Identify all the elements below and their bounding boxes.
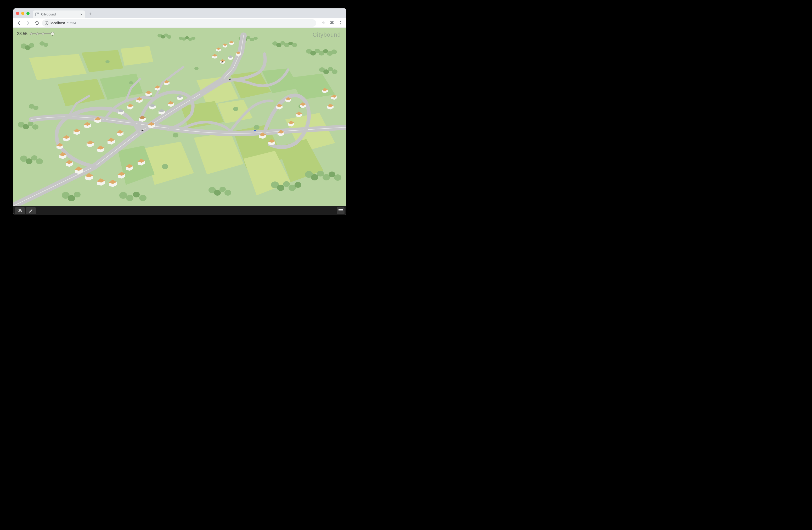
hamburger-icon bbox=[338, 209, 343, 210]
toolbar-right: ☆ ⌘ ⋮ bbox=[320, 19, 344, 27]
svg-point-69 bbox=[126, 195, 133, 201]
svg-point-32 bbox=[191, 37, 195, 40]
game-toolbar bbox=[13, 206, 346, 215]
reload-button[interactable] bbox=[33, 19, 41, 27]
svg-point-21 bbox=[29, 43, 34, 48]
browser-menu-button[interactable]: ⋮ bbox=[337, 19, 344, 27]
window-minimize-button[interactable] bbox=[21, 12, 24, 15]
svg-point-63 bbox=[31, 155, 38, 161]
game-clock: 23:55 bbox=[17, 31, 54, 36]
kebab-icon: ⋮ bbox=[338, 21, 343, 25]
svg-point-23 bbox=[43, 43, 48, 47]
url-host: localhost bbox=[50, 21, 65, 25]
titlebar: Citybound × + bbox=[13, 9, 346, 18]
svg-point-60 bbox=[33, 106, 39, 110]
new-tab-button[interactable]: + bbox=[87, 10, 94, 17]
svg-point-92 bbox=[233, 107, 238, 111]
eye-icon bbox=[17, 208, 22, 213]
speed-tick bbox=[42, 32, 44, 35]
svg-point-245 bbox=[19, 210, 21, 212]
tab-title: Citybound bbox=[41, 13, 56, 16]
speed-tick bbox=[30, 32, 33, 35]
svg-point-73 bbox=[214, 190, 221, 196]
extension-button[interactable]: ⌘ bbox=[328, 19, 336, 27]
window-maximize-button[interactable] bbox=[26, 12, 30, 15]
pencil-icon bbox=[29, 208, 33, 213]
svg-point-57 bbox=[28, 122, 33, 126]
svg-point-77 bbox=[277, 185, 284, 191]
svg-point-62 bbox=[26, 158, 32, 164]
svg-point-66 bbox=[68, 195, 75, 201]
svg-point-86 bbox=[334, 175, 342, 181]
svg-point-74 bbox=[219, 187, 226, 192]
svg-point-50 bbox=[331, 50, 337, 54]
speed-slider[interactable] bbox=[30, 33, 54, 34]
svg-point-68 bbox=[119, 192, 127, 199]
svg-point-71 bbox=[139, 195, 146, 201]
browser-tab[interactable]: Citybound × bbox=[33, 11, 85, 18]
svg-point-75 bbox=[224, 190, 231, 196]
star-icon: ☆ bbox=[322, 20, 325, 25]
svg-point-94 bbox=[173, 133, 178, 138]
reload-icon bbox=[34, 21, 39, 25]
bookmark-button[interactable]: ☆ bbox=[320, 19, 327, 27]
view-mode-button[interactable] bbox=[15, 207, 25, 214]
game-scene bbox=[13, 28, 346, 206]
game-viewport[interactable]: 23:55 Citybound bbox=[13, 28, 346, 206]
svg-point-70 bbox=[133, 192, 140, 197]
arrow-left-icon bbox=[17, 21, 21, 25]
svg-point-78 bbox=[283, 181, 290, 187]
arrow-right-icon bbox=[26, 21, 30, 25]
back-button[interactable] bbox=[15, 19, 23, 27]
svg-point-67 bbox=[74, 192, 81, 197]
page-icon bbox=[35, 13, 39, 16]
svg-point-54 bbox=[332, 69, 337, 74]
tab-close-button[interactable]: × bbox=[80, 12, 83, 16]
extension-icon: ⌘ bbox=[330, 20, 334, 25]
time-label: 23:55 bbox=[17, 31, 28, 36]
svg-point-88 bbox=[129, 81, 133, 84]
svg-rect-242 bbox=[254, 130, 256, 131]
game-menu-button[interactable] bbox=[337, 207, 345, 214]
browser-window: Citybound × + i localhost:1234 ☆ ⌘ ⋮ bbox=[13, 9, 346, 215]
window-close-button[interactable] bbox=[16, 12, 19, 15]
speed-tick bbox=[36, 32, 39, 35]
svg-point-82 bbox=[311, 174, 318, 180]
site-info-icon[interactable]: i bbox=[45, 21, 48, 25]
svg-point-87 bbox=[105, 60, 110, 64]
url-input[interactable]: i localhost:1234 bbox=[42, 19, 316, 27]
svg-point-64 bbox=[36, 158, 43, 164]
svg-point-35 bbox=[246, 36, 250, 39]
game-logo: Citybound bbox=[313, 31, 341, 38]
svg-point-90 bbox=[194, 67, 199, 70]
svg-point-37 bbox=[253, 37, 258, 40]
svg-point-80 bbox=[294, 182, 301, 188]
svg-point-43 bbox=[292, 43, 297, 47]
address-bar: i localhost:1234 ☆ ⌘ ⋮ bbox=[13, 18, 346, 28]
window-controls bbox=[16, 12, 30, 15]
svg-point-95 bbox=[162, 164, 168, 169]
forward-button[interactable] bbox=[24, 19, 32, 27]
url-port: :1234 bbox=[67, 21, 76, 25]
edit-mode-button[interactable] bbox=[26, 207, 36, 214]
svg-point-83 bbox=[317, 171, 324, 177]
svg-point-93 bbox=[254, 125, 260, 130]
svg-point-58 bbox=[32, 124, 39, 130]
svg-point-27 bbox=[167, 35, 171, 39]
